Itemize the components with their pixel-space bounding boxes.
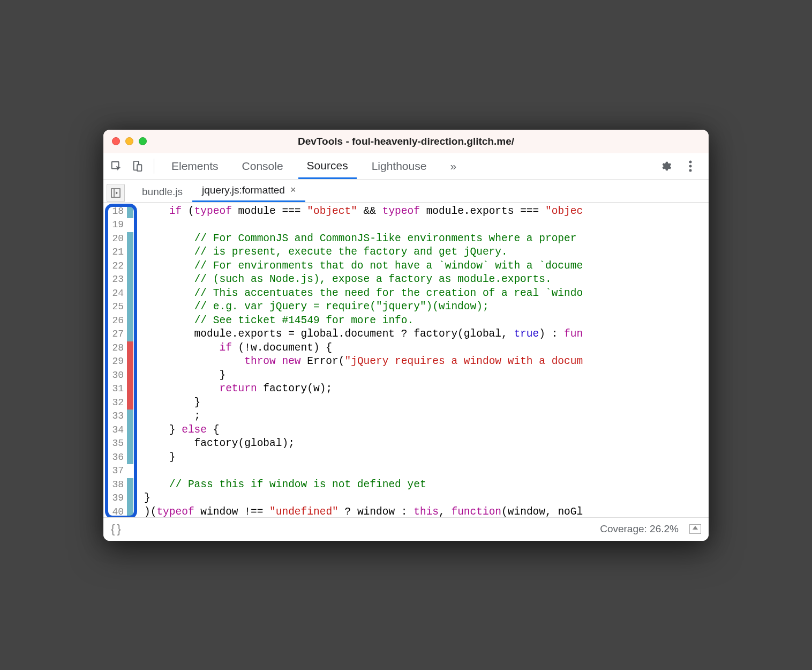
code-line[interactable]: } — [144, 492, 709, 505]
coverage-marker — [127, 451, 133, 465]
gutter-row[interactable]: 31 — [103, 382, 133, 396]
gutter-row[interactable]: 40 — [103, 505, 133, 517]
coverage-marker — [127, 423, 133, 437]
coverage-marker — [127, 314, 133, 328]
tab-sources[interactable]: Sources — [298, 154, 357, 179]
coverage-marker — [127, 478, 133, 492]
line-number: 24 — [103, 287, 127, 301]
kebab-menu-icon[interactable] — [683, 159, 698, 174]
code-line[interactable]: } — [144, 369, 709, 383]
tab-elements[interactable]: Elements — [163, 154, 227, 178]
coverage-marker — [127, 300, 133, 314]
gutter-row[interactable]: 24 — [103, 287, 133, 301]
gutter-row[interactable]: 29 — [103, 355, 133, 369]
tab-more[interactable]: » — [441, 154, 465, 178]
line-number: 35 — [103, 437, 127, 451]
code-line[interactable]: // For environments that do not have a `… — [144, 259, 709, 273]
line-number: 22 — [103, 259, 127, 273]
statusbar: { } Coverage: 26.2% — [103, 517, 709, 541]
code-line[interactable] — [144, 464, 709, 478]
code-line[interactable]: } — [144, 451, 709, 465]
gutter-row[interactable]: 33 — [103, 410, 133, 423]
code-line[interactable]: } else { — [144, 423, 709, 437]
code-line[interactable]: ; — [144, 410, 709, 423]
gutter-row[interactable]: 38 — [103, 478, 133, 492]
file-tab-jquery[interactable]: jquery.js:formatted × — [192, 180, 305, 202]
svg-point-5 — [689, 169, 692, 172]
gutter-row[interactable]: 32 — [103, 396, 133, 410]
code-line[interactable]: return factory(w); — [144, 382, 709, 396]
gutter-row[interactable]: 35 — [103, 437, 133, 451]
titlebar: DevTools - foul-heavenly-direction.glitc… — [103, 130, 709, 153]
line-number: 39 — [103, 492, 127, 505]
code-line[interactable]: // Pass this if window is not defined ye… — [144, 478, 709, 492]
gutter-row[interactable]: 37 — [103, 464, 133, 478]
gutter-row[interactable]: 21 — [103, 245, 133, 259]
code-line[interactable]: } — [144, 396, 709, 410]
code-line[interactable]: module.exports = global.document ? facto… — [144, 327, 709, 341]
code-line[interactable]: factory(global); — [144, 437, 709, 451]
file-tab-bundle[interactable]: bundle.js — [132, 182, 192, 202]
coverage-marker — [127, 327, 133, 341]
line-number: 32 — [103, 396, 127, 410]
line-number: 21 — [103, 245, 127, 259]
code-line[interactable]: // is present, execute the factory and g… — [144, 245, 709, 259]
code-line[interactable]: if (typeof module === "object" && typeof… — [144, 205, 709, 219]
coverage-marker — [127, 287, 133, 301]
coverage-marker — [127, 505, 133, 517]
code-line[interactable]: if (!w.document) { — [144, 341, 709, 355]
device-toggle-icon[interactable] — [130, 159, 145, 174]
tab-console[interactable]: Console — [234, 154, 292, 178]
navigator-toggle-icon[interactable] — [107, 184, 125, 202]
gutter-row[interactable]: 25 — [103, 300, 133, 314]
code-line[interactable] — [144, 218, 709, 232]
code-line[interactable]: // e.g. var jQuery = require("jquery")(w… — [144, 300, 709, 314]
line-number: 34 — [103, 423, 127, 437]
maximize-window-button[interactable] — [139, 137, 147, 145]
code-line[interactable]: // (such as Node.js), expose a factory a… — [144, 273, 709, 287]
line-number: 23 — [103, 273, 127, 287]
gear-icon[interactable] — [658, 159, 673, 174]
file-tab-label: bundle.js — [142, 186, 183, 198]
close-window-button[interactable] — [112, 137, 120, 145]
line-number: 25 — [103, 300, 127, 314]
gutter-row[interactable]: 28 — [103, 341, 133, 355]
code-line[interactable]: )(typeof window !== "undefined" ? window… — [144, 505, 709, 517]
line-number: 27 — [103, 327, 127, 341]
gutter-row[interactable]: 30 — [103, 369, 133, 383]
gutter-row[interactable]: 19 — [103, 218, 133, 232]
code-line[interactable]: // For CommonJS and CommonJS-like enviro… — [144, 232, 709, 246]
gutter-row[interactable]: 22 — [103, 259, 133, 273]
line-number: 31 — [103, 382, 127, 396]
line-number: 30 — [103, 369, 127, 383]
source-editor[interactable]: 1819202122232425262728293031323334353637… — [103, 203, 709, 517]
pretty-print-icon[interactable]: { } — [111, 522, 121, 536]
coverage-marker — [127, 410, 133, 423]
inspect-element-icon[interactable] — [109, 159, 124, 174]
code-line[interactable]: throw new Error("jQuery requires a windo… — [144, 355, 709, 369]
gutter-row[interactable]: 26 — [103, 314, 133, 328]
svg-marker-8 — [116, 191, 118, 195]
minimize-window-button[interactable] — [125, 137, 133, 145]
gutter-row[interactable]: 20 — [103, 232, 133, 246]
line-gutter: 1819202122232425262728293031323334353637… — [103, 203, 133, 517]
close-icon[interactable]: × — [290, 184, 296, 196]
gutter-row[interactable]: 27 — [103, 327, 133, 341]
code-line[interactable]: // See ticket #14549 for more info. — [144, 314, 709, 328]
coverage-marker — [127, 369, 133, 383]
gutter-row[interactable]: 34 — [103, 423, 133, 437]
tab-lighthouse[interactable]: Lighthouse — [363, 154, 435, 178]
gutter-row[interactable]: 23 — [103, 273, 133, 287]
svg-point-4 — [689, 165, 692, 168]
gutter-row[interactable]: 18 — [103, 205, 133, 219]
line-number: 28 — [103, 341, 127, 355]
code-line[interactable]: // This accentuates the need for the cre… — [144, 287, 709, 301]
gutter-row[interactable]: 36 — [103, 451, 133, 465]
coverage-marker — [127, 232, 133, 246]
coverage-marker — [127, 341, 133, 355]
separator — [154, 159, 154, 174]
coverage-marker — [127, 355, 133, 369]
gutter-row[interactable]: 39 — [103, 492, 133, 505]
drawer-toggle-icon[interactable] — [689, 524, 701, 534]
source-code[interactable]: if (typeof module === "object" && typeof… — [133, 203, 709, 517]
